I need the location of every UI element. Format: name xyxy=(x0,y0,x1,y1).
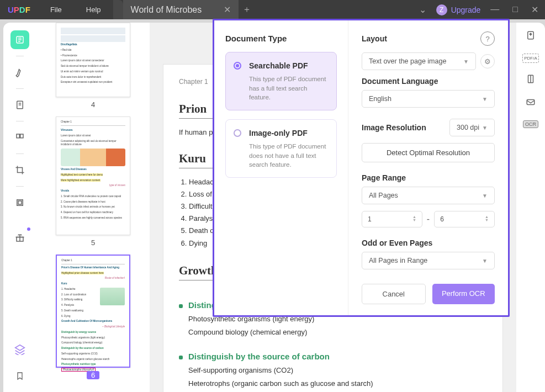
new-tab-button[interactable]: ＋ xyxy=(239,0,255,19)
chevron-down-icon: ▼ xyxy=(482,193,488,199)
thumbnail-page-5[interactable]: Chapter 1 Viruses Lorem ipsum dolor sit … xyxy=(56,116,130,235)
pdf-a-icon[interactable]: PDF/A xyxy=(522,54,539,63)
radio-icon xyxy=(234,62,241,70)
heterotrophs-text: Heterotrophs (organic carbon such as glu… xyxy=(179,378,487,390)
close-window-icon[interactable]: ✕ xyxy=(531,4,538,15)
mail-icon[interactable] xyxy=(526,97,536,109)
upgrade-button[interactable]: Z Upgrade xyxy=(436,4,481,15)
comment-tool[interactable] xyxy=(10,63,29,82)
radio-searchable-pdf[interactable]: Searchable PDF This type of PDF document… xyxy=(225,52,337,110)
crop-tool[interactable] xyxy=(10,161,29,179)
gift-icon[interactable] xyxy=(10,229,29,247)
minimize-icon[interactable]: — xyxy=(490,4,499,15)
tab-title: World of Microbes xyxy=(131,5,202,15)
tab-active[interactable]: World of Microbes ✕ xyxy=(123,0,239,19)
svg-rect-3 xyxy=(20,134,23,138)
layout-select[interactable]: Text over the page image▼ xyxy=(362,52,476,70)
chevron-down-icon: ▼ xyxy=(482,125,488,131)
reader-tool[interactable] xyxy=(10,30,29,49)
chevron-down-icon: ▼ xyxy=(482,258,488,264)
ocr-icon[interactable]: OCR xyxy=(523,120,538,128)
help-icon[interactable]: ? xyxy=(480,31,495,46)
thumb-label-5: 5 xyxy=(91,239,95,247)
chevron-down-icon[interactable]: ⌄ xyxy=(419,4,426,15)
maximize-icon[interactable]: □ xyxy=(512,4,518,15)
redact-tool[interactable] xyxy=(10,193,29,212)
bookmark-icon[interactable] xyxy=(10,367,29,385)
oddeven-heading: Odd or Even Pages xyxy=(362,239,495,247)
thumb-label-4: 4 xyxy=(91,100,95,109)
radio-icon xyxy=(234,129,241,137)
titlebar: UPDF File Help World of Microbes ✕ ＋ ⌄ Z… xyxy=(0,0,545,19)
export-icon[interactable] xyxy=(526,30,536,43)
cancel-button[interactable]: Cancel xyxy=(362,284,426,304)
searchable-title: Searchable PDF xyxy=(249,61,329,70)
chevron-down-icon: ▼ xyxy=(482,96,488,102)
resolution-heading: Image Resolution xyxy=(362,123,426,132)
to-page-input[interactable]: 6▲▼ xyxy=(434,211,495,227)
imageonly-title: Image-only PDF xyxy=(249,129,329,137)
menu-file[interactable]: File xyxy=(38,6,74,14)
from-page-input[interactable]: 1▲▼ xyxy=(362,211,422,227)
chevron-down-icon: ▼ xyxy=(463,59,469,65)
detect-resolution-button[interactable]: Detect Optimal Resolution xyxy=(362,143,495,162)
svg-rect-2 xyxy=(17,134,19,138)
edit-tool[interactable] xyxy=(10,96,29,114)
dist-carbon-heading: Distinguish by the source of carbon xyxy=(188,352,330,361)
doclang-select[interactable]: English▼ xyxy=(362,90,495,108)
compress-icon[interactable] xyxy=(526,74,536,86)
self-support-text: Self-supporting organisms (CO2) xyxy=(179,364,487,377)
pagerange-select[interactable]: All Pages▼ xyxy=(362,187,495,204)
layers-icon[interactable] xyxy=(10,340,29,359)
perform-ocr-button[interactable]: Perform OCR xyxy=(432,284,495,304)
doclang-heading: Document Language xyxy=(362,77,495,86)
thumbnails-panel: Dinoflagellata • Red tide• Fluorescence … xyxy=(36,23,150,392)
oddeven-select[interactable]: All Pages in Range▼ xyxy=(362,252,495,269)
close-icon[interactable]: ✕ xyxy=(224,4,231,15)
gear-icon[interactable]: ⚙ xyxy=(480,54,495,68)
thumbnail-page-4[interactable]: Dinoflagellata • Red tide• Fluorescence … xyxy=(56,23,130,97)
doc-type-heading: Document Type xyxy=(225,34,337,43)
layout-heading: Layout xyxy=(362,34,387,43)
thumb-label-6: 6 xyxy=(87,371,99,379)
left-toolbar xyxy=(3,23,36,392)
organize-tool[interactable] xyxy=(10,128,29,147)
compound-bio-text: Compound biology (chemical energy) xyxy=(179,326,487,338)
range-dash: - xyxy=(427,214,430,224)
radio-image-only-pdf[interactable]: Image-only PDF This type of PDF document… xyxy=(225,119,337,178)
imageonly-desc: This type of PDF document does not have … xyxy=(249,142,329,169)
resolution-select[interactable]: 300 dpi▼ xyxy=(449,119,495,136)
searchable-desc: This type of PDF document has a full tex… xyxy=(249,75,329,102)
right-toolbar: PDF/A OCR xyxy=(516,23,545,392)
pagerange-heading: Page Range xyxy=(362,173,495,182)
avatar: Z xyxy=(436,4,447,15)
menu-help[interactable]: Help xyxy=(74,6,113,14)
thumbnail-page-6[interactable]: Chapter 1 Prion's Disease Of Human Inher… xyxy=(56,255,130,368)
app-logo: UPDF xyxy=(0,5,38,14)
svg-rect-9 xyxy=(527,100,535,105)
svg-rect-5 xyxy=(18,201,22,204)
ocr-dialog: Document Type Searchable PDF This type o… xyxy=(213,19,510,317)
